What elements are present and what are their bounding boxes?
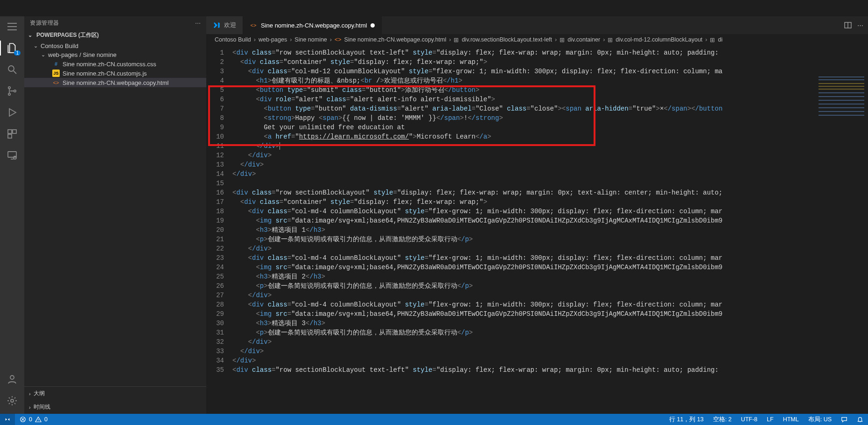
sidebar-more-icon[interactable]: ⋯ [195, 20, 201, 27]
remote-explorer-icon[interactable] [6, 149, 19, 162]
keyboard-layout[interactable]: 布局: US [804, 416, 836, 424]
folder-contoso[interactable]: ⌄ Contoso Build [24, 42, 206, 50]
chevron-down-icon: ⌄ [34, 43, 38, 49]
more-actions-icon[interactable]: ⋯ [857, 22, 863, 29]
svg-point-3 [14, 90, 16, 92]
title-bar [0, 0, 868, 16]
element-icon: ⊞ [608, 36, 613, 43]
html-file-icon: <> [250, 21, 257, 29]
html-file-icon: <> [335, 36, 342, 43]
modified-indicator [371, 23, 375, 28]
svg-rect-6 [8, 134, 12, 138]
chevron-down-icon: ⌄ [41, 52, 45, 58]
source-control-icon[interactable] [6, 84, 19, 98]
explorer-badge: 1 [14, 50, 21, 56]
workspace-header[interactable]: ⌄ POWERPAGES (工作区) [24, 30, 206, 41]
outline-section[interactable]: › 大纲 [24, 387, 206, 400]
cursor-position[interactable]: 行 11，列 13 [665, 416, 708, 424]
chevron-right-icon: › [29, 404, 31, 410]
chevron-right-icon: › [29, 391, 31, 397]
file-html[interactable]: <> Sine nomine.zh-CN.webpage.copy.html [24, 78, 206, 87]
file-js[interactable]: JS Sine nomine.zh-CN.customjs.js [24, 69, 206, 78]
svg-point-9 [10, 376, 14, 379]
feedback-icon[interactable] [836, 416, 852, 424]
element-icon: ⊞ [710, 36, 715, 43]
explorer-sidebar: 资源管理器 ⋯ ⌄ POWERPAGES (工作区) ⌄ Contoso Bui… [24, 16, 206, 414]
language-mode[interactable]: HTML [778, 416, 804, 424]
vscode-icon [213, 21, 220, 29]
svg-point-0 [8, 66, 14, 71]
activity-bar: 1 [0, 16, 24, 414]
svg-point-10 [11, 399, 14, 402]
indentation[interactable]: 空格: 2 [708, 416, 736, 424]
line-gutter: 1234567891011121314151617181920212223242… [206, 45, 231, 414]
extensions-icon[interactable] [6, 127, 19, 140]
editor-tabs: 欢迎 <> Sine nomine.zh-CN.webpage.copy.htm… [206, 16, 868, 34]
code-editor[interactable]: 1234567891011121314151617181920212223242… [206, 45, 868, 414]
eol[interactable]: LF [762, 416, 778, 424]
search-icon[interactable] [6, 63, 19, 76]
svg-rect-4 [8, 130, 12, 133]
problems-indicator[interactable]: 0 0 [15, 416, 52, 423]
timeline-section[interactable]: › 时间线 [24, 400, 206, 414]
breadcrumbs[interactable]: Contoso Build› web-pages› Sine nomine› <… [206, 34, 868, 45]
notifications-icon[interactable] [852, 416, 868, 424]
account-icon[interactable] [6, 373, 19, 386]
split-editor-icon[interactable] [844, 21, 852, 29]
tab-welcome[interactable]: 欢迎 [206, 16, 243, 34]
run-debug-icon[interactable] [6, 106, 19, 119]
svg-point-2 [8, 93, 10, 95]
encoding[interactable]: UTF-8 [736, 416, 762, 424]
settings-icon[interactable] [6, 394, 19, 407]
chevron-down-icon: ⌄ [28, 32, 35, 38]
element-icon: ⊞ [560, 36, 565, 43]
css-file-icon: # [52, 60, 60, 68]
svg-point-1 [8, 87, 10, 89]
html-file-icon: <> [52, 79, 60, 86]
remote-indicator[interactable] [0, 414, 15, 425]
status-bar: 0 0 行 11，列 13 空格: 2 UTF-8 LF HTML 布局: US [0, 414, 868, 425]
svg-rect-5 [13, 130, 16, 133]
svg-point-8 [14, 156, 16, 159]
folder-webpages[interactable]: ⌄ web-pages / Sine nomine [24, 50, 206, 59]
js-file-icon: JS [52, 70, 60, 77]
element-icon: ⊞ [454, 36, 459, 43]
file-css[interactable]: # Sine nomine.zh-CN.customcss.css [24, 59, 206, 69]
sidebar-title: 资源管理器 [30, 19, 195, 27]
menu-icon[interactable] [6, 20, 19, 33]
minimap[interactable] [817, 75, 868, 414]
explorer-icon[interactable]: 1 [6, 42, 19, 55]
tab-htmlfile[interactable]: <> Sine nomine.zh-CN.webpage.copy.html [243, 16, 382, 34]
